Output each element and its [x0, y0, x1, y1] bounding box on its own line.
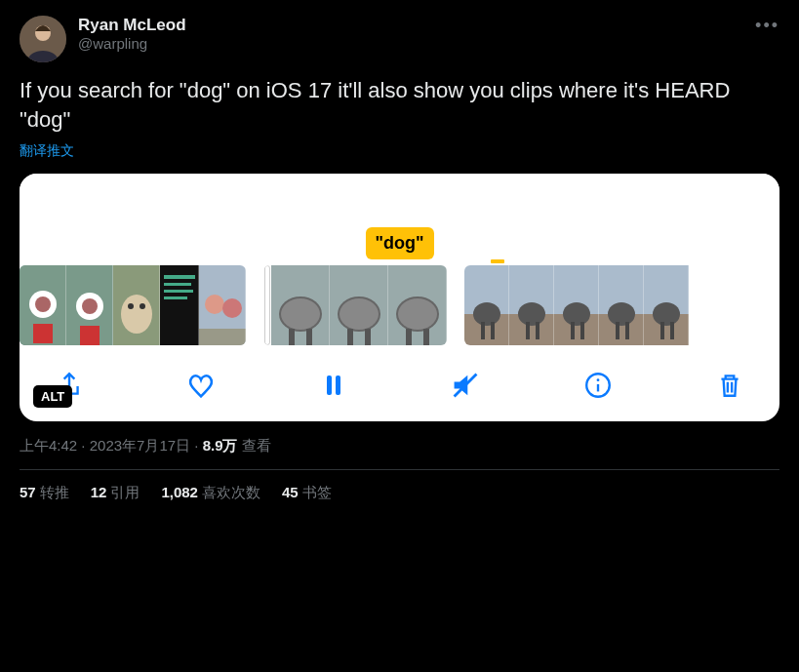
translate-link[interactable]: 翻译推文	[20, 142, 74, 160]
svg-point-12	[128, 303, 134, 309]
video-timeline[interactable]	[20, 261, 779, 351]
media-card[interactable]: "dog"	[20, 174, 779, 421]
svg-rect-32	[365, 329, 371, 345]
alt-badge[interactable]: ALT	[33, 385, 72, 408]
svg-rect-62	[670, 322, 674, 339]
svg-point-45	[518, 302, 545, 326]
svg-point-35	[398, 298, 437, 330]
svg-rect-47	[536, 322, 539, 339]
svg-point-60	[653, 302, 680, 326]
user-handle: @warpling	[78, 35, 186, 52]
mute-icon[interactable]	[449, 369, 482, 402]
svg-rect-31	[347, 329, 353, 345]
tweet-date: 2023年7月17日	[90, 437, 190, 454]
quotes-stat[interactable]: 12引用	[91, 484, 140, 502]
svg-rect-61	[660, 322, 664, 339]
tweet-time: 上午4:42	[20, 437, 77, 454]
caption-badge: "dog"	[365, 227, 433, 259]
svg-rect-41	[481, 322, 485, 339]
avatar[interactable]	[20, 16, 66, 62]
svg-rect-46	[526, 322, 530, 339]
svg-point-40	[473, 302, 500, 326]
clip-group-1[interactable]	[20, 265, 246, 345]
heart-icon[interactable]	[184, 369, 218, 402]
svg-point-13	[140, 303, 145, 309]
trash-icon[interactable]	[713, 369, 746, 402]
views-count: 8.9万	[203, 437, 238, 454]
more-icon[interactable]: •••	[755, 16, 779, 36]
svg-point-11	[121, 295, 152, 334]
retweets-stat[interactable]: 57转推	[20, 484, 69, 502]
bookmarks-stat[interactable]: 45书签	[282, 484, 332, 502]
pause-icon[interactable]	[317, 369, 350, 402]
svg-rect-63	[327, 376, 332, 395]
clip-group-2[interactable]	[263, 265, 447, 345]
svg-point-68	[596, 379, 599, 382]
svg-point-50	[563, 302, 590, 326]
svg-rect-52	[580, 322, 584, 339]
playhead[interactable]	[264, 265, 270, 345]
tweet-header: Ryan McLeod @warpling •••	[20, 16, 779, 62]
svg-rect-5	[33, 324, 53, 343]
svg-rect-64	[336, 376, 340, 395]
svg-rect-51	[571, 322, 575, 339]
display-name: Ryan McLeod	[78, 16, 186, 35]
tweet-stats: 57转推 12引用 1,082喜欢次数 45书签	[20, 484, 779, 502]
media-controls	[20, 351, 779, 412]
svg-rect-56	[616, 322, 619, 339]
clip-group-3[interactable]	[464, 265, 779, 345]
svg-point-8	[82, 298, 98, 314]
tweet-meta[interactable]: 上午4:42 · 2023年7月17日 · 8.9万 查看	[20, 437, 779, 455]
caption-tick	[491, 259, 504, 263]
svg-point-55	[608, 302, 635, 326]
media-preview-top: "dog"	[20, 174, 779, 261]
user-info[interactable]: Ryan McLeod @warpling	[78, 16, 186, 52]
svg-rect-42	[491, 322, 495, 339]
svg-point-21	[222, 298, 242, 318]
tweet-container: Ryan McLeod @warpling ••• If you search …	[0, 0, 799, 518]
svg-rect-9	[80, 326, 100, 345]
svg-rect-26	[289, 329, 295, 345]
svg-rect-15	[164, 275, 195, 279]
views-label: 查看	[238, 437, 271, 454]
svg-rect-27	[306, 329, 312, 345]
svg-rect-16	[164, 283, 191, 286]
svg-rect-18	[164, 296, 187, 299]
svg-rect-22	[199, 329, 246, 345]
info-icon[interactable]	[581, 369, 615, 402]
svg-point-30	[340, 298, 379, 330]
divider	[20, 469, 779, 470]
svg-rect-57	[625, 322, 629, 339]
svg-point-4	[35, 296, 51, 312]
svg-point-20	[205, 295, 224, 314]
svg-rect-17	[164, 290, 193, 293]
svg-point-25	[281, 298, 320, 330]
svg-rect-36	[406, 329, 412, 345]
tweet-text: If you search for "dog" on iOS 17 it'll …	[20, 76, 779, 134]
svg-rect-37	[423, 329, 429, 345]
likes-stat[interactable]: 1,082喜欢次数	[161, 484, 260, 502]
